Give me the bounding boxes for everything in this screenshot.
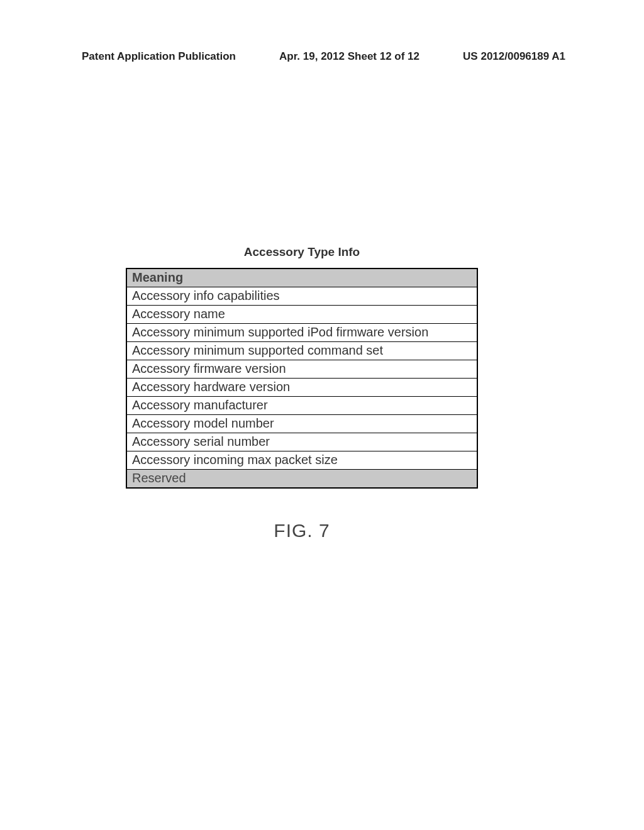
table-row: Accessory model number xyxy=(127,415,477,433)
figure-content: Accessory Type Info Meaning Accessory in… xyxy=(126,245,478,541)
table-row: Accessory minimum supported command set xyxy=(127,342,477,360)
table-row: Accessory incoming max packet size xyxy=(127,451,477,470)
header-left: Patent Application Publication xyxy=(82,50,236,63)
table-header-cell: Meaning xyxy=(127,269,477,287)
table-row: Accessory hardware version xyxy=(127,379,477,397)
accessory-type-info-table: Meaning Accessory info capabilities Acce… xyxy=(126,268,478,489)
page-header: Patent Application Publication Apr. 19, … xyxy=(0,50,644,63)
table-title: Accessory Type Info xyxy=(126,245,478,259)
table-footer-cell: Reserved xyxy=(127,470,477,487)
table-row: Accessory manufacturer xyxy=(127,397,477,415)
figure-label: FIG. 7 xyxy=(126,520,478,541)
table-row: Accessory info capabilities xyxy=(127,287,477,306)
table-row: Accessory minimum supported iPod firmwar… xyxy=(127,324,477,342)
table-row: Accessory firmware version xyxy=(127,360,477,379)
header-right: US 2012/0096189 A1 xyxy=(463,50,565,63)
table-row: Accessory serial number xyxy=(127,433,477,451)
table-row: Accessory name xyxy=(127,306,477,324)
header-center: Apr. 19, 2012 Sheet 12 of 12 xyxy=(279,50,419,63)
